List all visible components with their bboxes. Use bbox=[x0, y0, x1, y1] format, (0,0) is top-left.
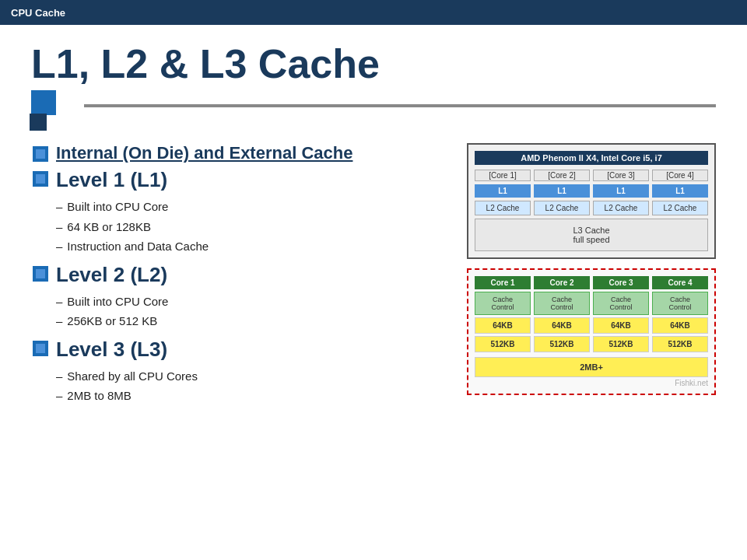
l3-sub-1: Shared by all CPU Cores bbox=[56, 366, 451, 387]
l1-bullet: Level 1 (L1) bbox=[31, 168, 451, 192]
diag2-core1-header: Core 1 bbox=[475, 276, 531, 289]
l2-subitems: Built into CPU Core 256KB or 512 KB bbox=[56, 292, 451, 331]
main-content: L1, L2 & L3 Cache Internal (On Die) and … bbox=[0, 25, 747, 428]
diag1-core-labels: [Core 1] [Core 2] [Core 3] [Core 4] bbox=[475, 170, 708, 181]
decorative-divider bbox=[31, 90, 716, 121]
diag2-core3-box: Core 3 CacheControl 64KB 512KB bbox=[593, 276, 649, 352]
diag1-l1-1: L1 bbox=[475, 184, 531, 198]
deco-line bbox=[84, 104, 716, 107]
content-area: Internal (On Die) and External Cache Lev… bbox=[31, 143, 716, 412]
svg-rect-3 bbox=[36, 174, 45, 184]
diag2-512kb-1: 512KB bbox=[475, 336, 531, 352]
l3-header: Level 3 (L3) bbox=[56, 338, 167, 362]
l1-sub-2: 64 KB or 128KB bbox=[56, 217, 451, 237]
l2-sub-2: 256KB or 512 KB bbox=[56, 311, 451, 331]
diag1-core1: [Core 1] bbox=[475, 170, 531, 181]
diag1-l1-2: L1 bbox=[534, 184, 590, 198]
diag2-512kb-4: 512KB bbox=[652, 336, 708, 352]
diag2-cores-row: Core 1 CacheControl 64KB 512KB Core 2 Ca… bbox=[475, 276, 708, 352]
l2-sub-1: Built into CPU Core bbox=[56, 292, 451, 312]
diag2-cc3: CacheControl bbox=[593, 292, 649, 315]
diagram-cores-cache: Core 1 CacheControl 64KB 512KB Core 2 Ca… bbox=[467, 268, 716, 395]
left-text: Internal (On Die) and External Cache Lev… bbox=[31, 143, 451, 412]
diag2-64kb-2: 64KB bbox=[534, 317, 590, 334]
diag2-core3-header: Core 3 bbox=[593, 276, 649, 289]
bullet-icon-l1 bbox=[31, 170, 50, 188]
diag2-core4-header: Core 4 bbox=[652, 276, 708, 289]
l2-header: Level 2 (L2) bbox=[56, 263, 167, 287]
diag2-core1-box: Core 1 CacheControl 64KB 512KB bbox=[475, 276, 531, 352]
diag1-l2-3: L2 Cache bbox=[593, 201, 649, 215]
diag2-2mb: 2MB+ bbox=[475, 357, 708, 377]
bullet-icon-l3 bbox=[31, 339, 50, 358]
bullet-icon-intro bbox=[31, 145, 50, 163]
diag1-l1-3: L1 bbox=[593, 184, 649, 198]
bullet-icon-l2 bbox=[31, 264, 50, 283]
diag2-cc2: CacheControl bbox=[534, 292, 590, 315]
l3-sub-2: 2MB to 8MB bbox=[56, 386, 451, 406]
l3-subitems: Shared by all CPU Cores 2MB to 8MB bbox=[56, 366, 451, 406]
diag1-l2-4: L2 Cache bbox=[652, 201, 708, 215]
diag1-l3: L3 Cachefull speed bbox=[475, 219, 708, 251]
diag1-l2-1: L2 Cache bbox=[475, 201, 531, 215]
l3-bullet: Level 3 (L3) bbox=[31, 338, 451, 362]
diag2-core2-header: Core 2 bbox=[534, 276, 590, 289]
top-bar: CPU Cache bbox=[0, 0, 747, 25]
diag1-l2-2: L2 Cache bbox=[534, 201, 590, 215]
diag2-cc4: CacheControl bbox=[652, 292, 708, 315]
diag2-512kb-2: 512KB bbox=[534, 336, 590, 352]
l1-header: Level 1 (L1) bbox=[56, 168, 167, 192]
svg-rect-7 bbox=[36, 344, 45, 353]
top-bar-title: CPU Cache bbox=[11, 7, 65, 19]
diag1-l2-row: L2 Cache L2 Cache L2 Cache L2 Cache bbox=[475, 201, 708, 215]
diag1-l1-4: L1 bbox=[652, 184, 708, 198]
diag2-64kb-4: 64KB bbox=[652, 317, 708, 334]
diag1-core4: [Core 4] bbox=[652, 170, 708, 181]
diag1-l1-row: L1 L1 L1 L1 bbox=[475, 184, 708, 198]
l1-subitems: Built into CPU Core 64 KB or 128KB Instr… bbox=[56, 197, 451, 257]
svg-rect-1 bbox=[36, 149, 45, 159]
deco-square-dark bbox=[30, 114, 47, 131]
page-title: L1, L2 & L3 Cache bbox=[31, 40, 716, 87]
intro-bullet: Internal (On Die) and External Cache bbox=[31, 143, 451, 163]
diag1-core2: [Core 2] bbox=[534, 170, 590, 181]
diag1-core3: [Core 3] bbox=[593, 170, 649, 181]
right-diagrams: AMD Phenom II X4, Intel Core i5, i7 [Cor… bbox=[467, 143, 716, 412]
intro-label: Internal (On Die) and External Cache bbox=[56, 143, 352, 163]
diag2-cc1: CacheControl bbox=[475, 292, 531, 315]
l1-sub-3: Instruction and Data Cache bbox=[56, 236, 451, 257]
diag2-64kb-1: 64KB bbox=[475, 317, 531, 334]
deco-square-blue bbox=[31, 90, 56, 115]
l1-sub-1: Built into CPU Core bbox=[56, 197, 451, 217]
diag2-core2-box: Core 2 CacheControl 64KB 512KB bbox=[534, 276, 590, 352]
svg-rect-5 bbox=[36, 269, 45, 278]
diagram-amd-intel: AMD Phenom II X4, Intel Core i5, i7 [Cor… bbox=[467, 143, 716, 259]
diag2-core4-box: Core 4 CacheControl 64KB 512KB bbox=[652, 276, 708, 352]
diag2-512kb-3: 512KB bbox=[593, 336, 649, 352]
l2-bullet: Level 2 (L2) bbox=[31, 263, 451, 287]
diag1-title: AMD Phenom II X4, Intel Core i5, i7 bbox=[475, 151, 708, 165]
fishki-label: Fishki.net bbox=[475, 379, 708, 387]
diag2-64kb-3: 64KB bbox=[593, 317, 649, 334]
